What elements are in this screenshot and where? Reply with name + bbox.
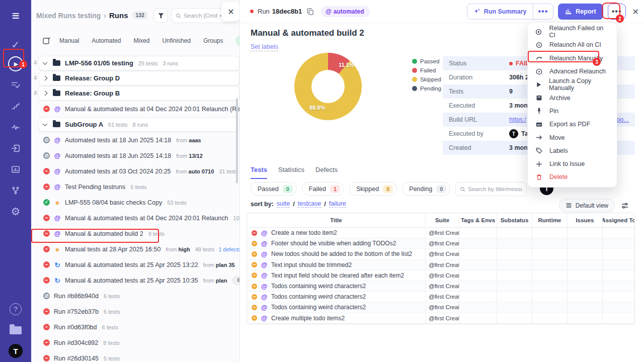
defects-link[interactable]: 1 defects [218, 246, 239, 252]
pulse-icon[interactable] [6, 119, 25, 136]
copy-run-id-button[interactable] [307, 8, 314, 15]
run-list-item[interactable]: Automated tests at 18 Jun 2025 14:18 fro… [31, 132, 239, 148]
sort-by-testcase-link[interactable]: testcase [298, 200, 321, 208]
close-run-button[interactable]: ✕ [632, 7, 639, 17]
test-row[interactable]: Footer should be visible when adding TOD… [247, 238, 634, 249]
chevron-icon[interactable] [43, 76, 48, 81]
run-actions-more-button[interactable]: ••• [608, 4, 626, 20]
build-url-link[interactable]: https:/ [509, 116, 526, 123]
tab-today-pill[interactable]: To [235, 35, 240, 46]
tests-icon[interactable]: ✓ [6, 36, 25, 53]
run-list-item[interactable]: Release: Group B [38, 86, 239, 101]
run-list-item[interactable]: Run #d304c892 8 tests [31, 335, 239, 350]
menu-item-pin[interactable]: Pin [528, 105, 617, 118]
close-panel-button[interactable]: ✕ [221, 2, 240, 21]
tab-mixed[interactable]: Mixed [133, 37, 149, 44]
chevron-icon[interactable] [43, 91, 48, 96]
test-row[interactable]: Text input should be trimmed2 @first Cre… [247, 260, 634, 270]
menu-item-move[interactable]: Move [528, 131, 617, 144]
test-row[interactable]: Text input field should be cleared after… [247, 270, 634, 281]
select-runs-icon[interactable] [42, 37, 50, 45]
import-icon[interactable] [6, 140, 25, 157]
menu-item-archive[interactable]: Archive [528, 91, 617, 104]
column-issues[interactable]: Issues [568, 213, 603, 227]
tab-statistics[interactable]: Statistics [278, 166, 304, 179]
run-list-item[interactable]: Run #0d63f0bd 6 tests [31, 319, 239, 335]
run-summary-more-button[interactable]: ••• [533, 4, 553, 19]
report-button[interactable]: Report [558, 4, 603, 20]
run-list-item[interactable]: Run #b86b940d 6 tests [31, 288, 239, 304]
filter-skipped[interactable]: Skipped8 [349, 182, 397, 196]
column-settings-icon[interactable] [621, 202, 629, 210]
breadcrumb-project[interactable]: Mixed Runs testing [36, 12, 101, 20]
filter-failed[interactable]: Failed1 [302, 182, 344, 196]
breadcrumb-section[interactable]: Runs [109, 11, 128, 20]
analytics-icon[interactable] [6, 161, 25, 178]
column-title[interactable]: Title [247, 213, 426, 227]
tab-defects[interactable]: Defects [315, 166, 338, 179]
run-list-item[interactable]: Release: Group D [38, 71, 239, 85]
menu-icon[interactable]: ≡ [6, 7, 25, 24]
steps-icon[interactable] [6, 98, 25, 115]
tab-unfinished[interactable]: Unfinished [162, 37, 191, 44]
test-row[interactable]: Todos containing weird characters2 @firs… [247, 281, 634, 292]
run-summary-button[interactable]: Run Summary [467, 8, 533, 15]
run-list-item[interactable]: Manual & automated build 2 9 tests [31, 226, 239, 241]
test-row[interactable]: Create a new todo item2 @first Create ..… [247, 228, 634, 238]
run-list-item[interactable]: Manual & automated tests at 25 Apr 2025 … [31, 257, 239, 273]
menu-item-export-pdf[interactable]: PDF Export as PDF [528, 118, 617, 131]
build-url-link-end[interactable]: po... [617, 116, 629, 123]
menu-item-relaunch-failed-ci[interactable]: Relaunch Failed on CI [528, 25, 617, 38]
run-list-item[interactable]: Automated tests at 03 Oct 2024 20:25 fro… [31, 163, 239, 179]
runs-icon[interactable]: ▶ [6, 55, 25, 72]
run-list-item[interactable]: Test Pending testruns 5 tests [31, 179, 239, 195]
menu-item-link-to-issue[interactable]: Link to Issue [528, 157, 617, 170]
tab-tests[interactable]: Tests [251, 166, 267, 179]
menu-item-launch-copy[interactable]: Launch a Copy Manually [528, 78, 617, 91]
user-avatar[interactable]: T [9, 344, 23, 358]
chevron-icon[interactable] [43, 121, 48, 126]
run-list-item[interactable]: Manual & automated tests at 25 Apr 2025 … [31, 273, 239, 288]
menu-item-delete[interactable]: Delete [528, 170, 617, 184]
set-labels-link[interactable]: Set labels [251, 43, 278, 51]
help-icon[interactable]: ? [6, 301, 25, 318]
column-runtime[interactable]: Runtime [532, 213, 568, 227]
plans-icon[interactable] [6, 76, 25, 94]
menu-item-relaunch-all-ci[interactable]: Relaunch All on CI [528, 38, 617, 51]
sort-by-suite-link[interactable]: suite [277, 200, 290, 208]
sort-by-failure-link[interactable]: failure [329, 200, 346, 208]
menu-item-labels[interactable]: Labels [528, 144, 617, 157]
column-suite[interactable]: Suite [426, 213, 459, 227]
run-list-item[interactable]: Run #26d30145 5 tests [31, 350, 239, 362]
filter-pending[interactable]: Pending0 [402, 182, 450, 196]
run-list-item[interactable]: Manual tests at 28 Apr 2025 16:50 fromhi… [31, 241, 239, 257]
default-view-button[interactable]: Default view [559, 199, 615, 212]
menu-item-advanced-relaunch[interactable]: Advanced Relaunch [528, 65, 617, 78]
tests-search-input[interactable] [468, 186, 522, 192]
projects-icon[interactable] [6, 322, 25, 339]
tab-automated[interactable]: Automated [92, 37, 121, 44]
run-list-item[interactable]: Manual & automated tests at 04 Dec 2024 … [31, 210, 239, 226]
test-row[interactable]: Create multiple todo items2 @first Creat… [247, 313, 634, 324]
test-row[interactable]: Todos containing weird characters2 @firs… [247, 302, 634, 313]
settings-icon[interactable]: ⚙ [6, 203, 25, 220]
tab-groups[interactable]: Groups [203, 37, 223, 44]
tab-manual[interactable]: Manual [59, 37, 79, 44]
menu-item-relaunch-manually[interactable]: Relaunch Manually [528, 52, 617, 65]
column-tags-envs[interactable]: Tags & Envs [459, 213, 497, 227]
chevron-icon[interactable] [43, 60, 48, 65]
test-row[interactable]: Todos containing weird characters2 @firs… [247, 292, 634, 302]
run-list-item[interactable]: Manual & automated tests at 04 Dec 2024 … [31, 101, 239, 117]
test-row[interactable]: New todos should be added to the bottom … [247, 249, 634, 259]
column-assigned-to[interactable]: Assigned To [603, 213, 634, 227]
filter-passed[interactable]: Passed0 [251, 182, 297, 196]
filter-button[interactable] [153, 8, 168, 23]
run-list-item[interactable]: Run #752eb37b 6 tests [31, 304, 239, 319]
column-substatus[interactable]: Substatus [497, 213, 532, 227]
run-list-item[interactable]: Automated tests at 18 Jun 2025 14:18 fro… [31, 148, 239, 163]
runs-list-scrollbar[interactable] [236, 98, 238, 184]
run-list-item[interactable]: LMP-556 01/05 testing 25 tests 3 runs [38, 56, 239, 70]
run-list-item[interactable]: LMP-555 08/04 basic checks Copy 53 tests [31, 195, 239, 210]
run-list-item[interactable]: SubGroup A 61 tests 8 runs [38, 117, 239, 132]
branch-icon[interactable] [6, 182, 25, 199]
